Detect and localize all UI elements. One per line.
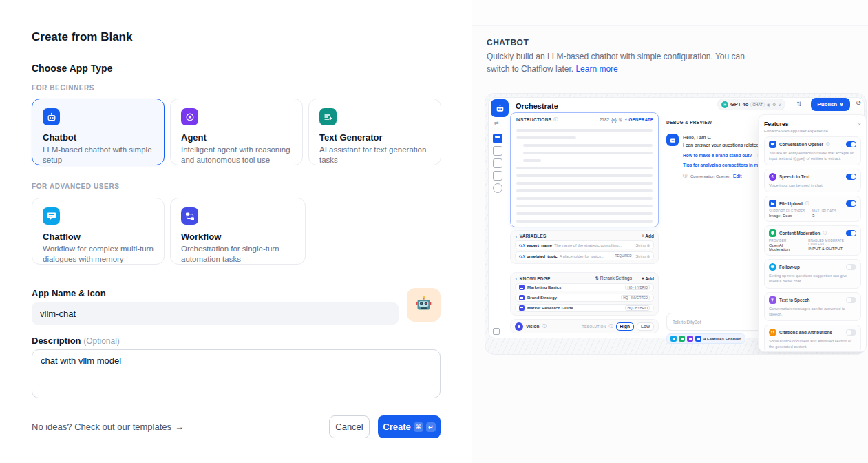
app-type-desc: Workflow for complex multi-turn dialogue… <box>43 244 154 265</box>
app-name-input[interactable] <box>32 302 399 325</box>
info-icon: ⓘ <box>823 231 827 236</box>
feature-detail-value: OpenAI Moderation <box>769 243 801 251</box>
app-preview-screenshot: ⇄ Orchestrate ✳ GPT-4o CHAT ◉ ⚙ ∨ ⇅ Publ… <box>485 93 867 355</box>
feature-card-conversation-opener: Conversation Opener ⓘ You are an entity … <box>764 136 861 165</box>
feature-card-file-upload: File Upload ⓘ SUPPORT FILE TYPESImage, D… <box>764 196 861 222</box>
preview-app-logo-icon <box>491 99 509 117</box>
info-icon: ⓘ <box>683 173 687 179</box>
info-icon: ⓘ <box>826 142 830 147</box>
app-name-label: App Name & Icon <box>32 288 106 298</box>
cancel-button[interactable]: Cancel <box>329 415 370 438</box>
vision-icon <box>515 322 523 331</box>
chevron-down-icon: ∨ <box>778 102 781 107</box>
info-icon: ⓘ <box>542 323 546 329</box>
feature-toggle <box>846 230 856 236</box>
app-icon-picker[interactable] <box>407 288 441 322</box>
feature-detail-value: 3 <box>812 214 836 218</box>
variable-icon: {x} <box>519 254 525 258</box>
model-provider-icon: ✳ <box>721 101 728 108</box>
chatbot-icon <box>43 108 60 125</box>
features-enabled-text: 4 Features Enabled <box>703 337 741 341</box>
add-variable-button: + Add <box>642 234 654 238</box>
feature-name: Follow-up <box>779 265 800 269</box>
info-icon: ⓘ <box>805 201 809 206</box>
feature-detail-key: SUPPORT FILE TYPES <box>769 209 805 213</box>
feature-name: Content Moderation <box>779 231 820 236</box>
collapse-icon <box>493 328 500 335</box>
knowledge-label: KNOWLEDGE <box>520 276 551 281</box>
cmd-key-icon: ⌘ <box>414 422 423 432</box>
suggested-question: Tips for analyzing competitors in market <box>683 163 769 167</box>
chevron-down-icon: ∨ <box>515 234 518 238</box>
feature-desc: Show source document and attributed sect… <box>769 338 856 349</box>
arrow-right-icon: → <box>175 422 184 432</box>
copy-icon: ⎘ <box>619 117 622 123</box>
annotations-nav-icon <box>493 171 502 181</box>
feature-toggle <box>846 174 856 180</box>
feature-detail-value: Image, Docs <box>769 214 805 218</box>
add-knowledge-button: + Add <box>642 276 654 281</box>
app-type-name: Chatbot <box>43 132 154 143</box>
create-form: Create from Blank Choose App Type FOR BE… <box>0 0 472 463</box>
feature-name: Speech to Text <box>779 174 809 179</box>
bot-avatar-icon <box>666 134 679 146</box>
debug-preview-label: DEBUG & PREVIEW <box>666 120 712 125</box>
create-button[interactable]: Create ⌘ ↵ <box>378 415 441 438</box>
agent-icon <box>181 108 198 125</box>
settings-nav-icon <box>493 183 502 193</box>
dataset-tag: HQ · HYBRID <box>625 285 650 290</box>
workflow-icon <box>181 207 198 225</box>
feature-desc: You are an entity extraction model that … <box>769 150 856 161</box>
app-type-card-chatbot[interactable]: Chatbot LLM-based chatbot with simple se… <box>32 99 165 165</box>
resolution-label: RESOLUTION <box>582 325 606 329</box>
conversation-opener-icon <box>769 141 776 148</box>
feature-detail-key: ENABLED MODERATE CONTENT <box>808 239 856 246</box>
vision-section: Vision ⓘ RESOLUTION ⓘ High Low <box>510 319 659 333</box>
knowledge-row: Marketing Basics HQ · HYBRID <box>515 283 654 291</box>
app-type-card-workflow[interactable]: Workflow Orchestration for single-turn a… <box>170 198 306 265</box>
choose-app-type-label: Choose App Type <box>32 63 112 74</box>
app-type-name: Text Generator <box>319 132 430 143</box>
vision-label: Vision <box>526 324 539 329</box>
advanced-app-types: Chatflow Workflow for complex multi-turn… <box>32 198 306 265</box>
description-input[interactable]: chat with vllm model <box>32 349 441 398</box>
dataset-icon <box>519 305 525 311</box>
variable-name: unrelated_topic <box>527 254 558 258</box>
variable-type: String ⊛ <box>635 243 650 247</box>
feature-card-citations: Citations and Attributions Show source d… <box>764 325 861 352</box>
knowledge-row: Brand Strategy HQ · INVERTED <box>515 294 654 302</box>
model-selector: ✳ GPT-4o CHAT ◉ ⚙ ∨ <box>717 99 785 110</box>
feature-toggle <box>846 329 856 336</box>
variable-desc: The name of the strategic consulting... <box>554 243 633 247</box>
enter-key-icon: ↵ <box>426 422 436 432</box>
instructions-skeleton <box>511 125 658 223</box>
preview-panel: CHATBOT Quickly build an LLM-based chatb… <box>472 0 868 463</box>
microphone-icon <box>769 173 776 181</box>
speech-mini-icon <box>687 336 693 342</box>
app-type-card-text-generator[interactable]: Text Generator AI assistant for text gen… <box>308 99 441 165</box>
robot-emoji-icon <box>414 294 433 316</box>
variables-label: VARIABLES <box>520 234 547 238</box>
close-icon: × <box>858 121 861 127</box>
learn-more-link[interactable]: Learn more <box>575 64 617 74</box>
feature-toggle <box>846 264 856 270</box>
app-type-card-chatflow[interactable]: Chatflow Workflow for complex multi-turn… <box>32 198 165 265</box>
text-generator-icon <box>319 108 337 125</box>
feature-name: Conversation Opener <box>779 142 823 147</box>
feature-toggle <box>846 141 856 147</box>
tuning-icon: ⇅ <box>796 101 802 107</box>
variable-row: {x} unrelated_topic A placeholder for to… <box>515 251 654 260</box>
dataset-icon <box>519 295 525 300</box>
feature-toggle <box>846 200 856 207</box>
required-badge: REQUIRED <box>613 254 633 258</box>
chevron-down-icon: ∨ <box>839 101 844 107</box>
info-icon: ⓘ <box>553 116 558 123</box>
dataset-name: Marketing Basics <box>527 285 561 289</box>
history-icon: ↺ <box>856 99 861 107</box>
templates-link[interactable]: No ideas? Check out our templates → <box>32 422 184 432</box>
variable-type: String ⊛ <box>635 254 650 258</box>
app-type-name: Agent <box>181 132 292 143</box>
app-type-card-agent[interactable]: Agent Intelligent agent with reasoning a… <box>170 99 303 165</box>
dataset-name: Market Research Guide <box>527 306 573 310</box>
shield-icon <box>769 229 776 237</box>
